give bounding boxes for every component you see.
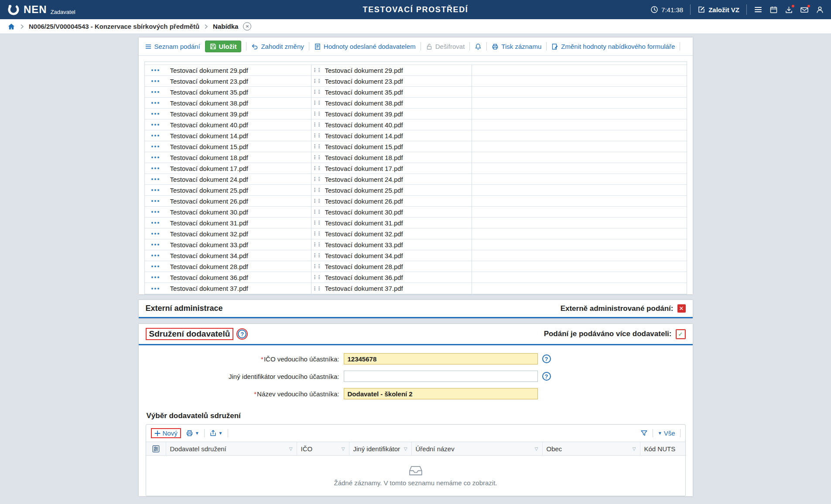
- drag-handle-icon[interactable]: ⋮⋮: [312, 275, 321, 280]
- drag-handle-icon[interactable]: ⋮⋮: [312, 264, 321, 269]
- home-icon[interactable]: [7, 23, 15, 31]
- column-settings-button[interactable]: [146, 442, 166, 455]
- drag-handle-icon[interactable]: ⋮⋮: [312, 166, 321, 171]
- column-header-obec[interactable]: Obec▽: [543, 442, 640, 455]
- table-row[interactable]: Testovací dokument 29.pdf ⋮⋮ Testovací d…: [145, 65, 687, 76]
- column-header-ico[interactable]: IČO▽: [297, 442, 349, 455]
- help-icon[interactable]: ?: [542, 372, 551, 381]
- multi-supplier-checkbox[interactable]: ✓: [677, 330, 685, 338]
- table-row[interactable]: Testovací dokument 39.pdf ⋮⋮ Testovací d…: [145, 109, 687, 119]
- filter-button[interactable]: [640, 429, 648, 437]
- messages-button[interactable]: [800, 6, 809, 14]
- breadcrumb-item[interactable]: N006/25/V00004543 - Konzervace sbírkovýc…: [29, 23, 199, 30]
- change-form-values-button[interactable]: Změnit hodnoty nabídkového formuláře: [551, 43, 675, 50]
- table-row[interactable]: Testovací dokument 15.pdf ⋮⋮ Testovací d…: [145, 141, 687, 152]
- row-actions-button[interactable]: [145, 185, 166, 195]
- drag-handle-icon[interactable]: ⋮⋮: [312, 144, 321, 149]
- row-actions-button[interactable]: [145, 119, 166, 130]
- print-record-button[interactable]: Tisk záznamu: [492, 43, 541, 50]
- table-row[interactable]: Testovací dokument 31.pdf ⋮⋮ Testovací d…: [145, 218, 687, 228]
- seznam-podani-button[interactable]: Seznam podání: [145, 43, 200, 50]
- row-actions-button[interactable]: [145, 109, 166, 119]
- row-actions-button[interactable]: [145, 98, 166, 108]
- drag-handle-icon[interactable]: ⋮⋮: [312, 198, 321, 204]
- profile-button[interactable]: [816, 6, 824, 14]
- drag-handle-icon[interactable]: ⋮⋮: [312, 286, 321, 291]
- row-actions-button[interactable]: [145, 141, 166, 152]
- table-row[interactable]: Testovací dokument 33.pdf ⋮⋮ Testovací d…: [145, 239, 687, 250]
- drag-handle-icon[interactable]: ⋮⋮: [312, 242, 321, 247]
- table-row[interactable]: Testovací dokument 30.pdf ⋮⋮ Testovací d…: [145, 207, 687, 218]
- column-header-dodavatel[interactable]: Dodavatel sdružení▽: [166, 442, 297, 455]
- table-row[interactable]: Testovací dokument 25.pdf ⋮⋮ Testovací d…: [145, 185, 687, 196]
- row-actions-button[interactable]: [145, 196, 166, 206]
- row-actions-button[interactable]: [145, 174, 166, 184]
- vse-filter-button[interactable]: ▼ Vše: [658, 429, 675, 437]
- print-grid-button[interactable]: ▼: [186, 429, 199, 437]
- row-actions-button[interactable]: [145, 239, 166, 250]
- table-row[interactable]: Testovací dokument 37.pdf ⋮⋮ Testovací d…: [145, 283, 687, 294]
- column-header-uredni-nazev[interactable]: Úřední název▽: [412, 442, 543, 455]
- drag-handle-icon[interactable]: ⋮⋮: [312, 155, 321, 160]
- row-actions-button[interactable]: [145, 261, 166, 272]
- save-button[interactable]: Uložit: [205, 41, 242, 52]
- drag-handle-icon[interactable]: ⋮⋮: [312, 122, 321, 127]
- drag-handle-icon[interactable]: ⋮⋮: [312, 68, 321, 73]
- table-row[interactable]: Testovací dokument 38.pdf ⋮⋮ Testovací d…: [145, 98, 687, 109]
- table-row[interactable]: Testovací dokument 24.pdf ⋮⋮ Testovací d…: [145, 174, 687, 185]
- row-actions-button[interactable]: [145, 65, 166, 75]
- new-button[interactable]: Nový: [154, 429, 178, 437]
- zalozit-vz-button[interactable]: Založit VZ: [698, 6, 739, 14]
- jiny-identifikator-input[interactable]: [344, 371, 538, 382]
- table-row[interactable]: Testovací dokument 32.pdf ⋮⋮ Testovací d…: [145, 228, 687, 239]
- row-actions-button[interactable]: [145, 163, 166, 174]
- help-icon[interactable]: ?: [238, 330, 246, 338]
- drag-handle-icon[interactable]: ⋮⋮: [312, 209, 321, 215]
- table-row[interactable]: Testovací dokument 34.pdf ⋮⋮ Testovací d…: [145, 250, 687, 261]
- breadcrumb-current[interactable]: Nabídka: [213, 23, 238, 30]
- table-row[interactable]: Testovací dokument 26.pdf ⋮⋮ Testovací d…: [145, 196, 687, 207]
- row-actions-button[interactable]: [145, 283, 166, 294]
- close-tab-button[interactable]: ✕: [243, 22, 251, 31]
- table-row[interactable]: Testovací dokument 36.pdf ⋮⋮ Testovací d…: [145, 272, 687, 283]
- row-actions-button[interactable]: [145, 130, 166, 141]
- decrypt-button[interactable]: Dešifrovat: [426, 43, 465, 50]
- nen-home-button[interactable]: NEN Zadavatel: [7, 3, 75, 16]
- row-actions-button[interactable]: [145, 272, 166, 283]
- drag-handle-icon[interactable]: ⋮⋮: [312, 177, 321, 182]
- drag-handle-icon[interactable]: ⋮⋮: [312, 187, 321, 193]
- table-row[interactable]: Testovací dokument 17.pdf ⋮⋮ Testovací d…: [145, 163, 687, 174]
- table-row[interactable]: Testovací dokument 18.pdf ⋮⋮ Testovací d…: [145, 152, 687, 163]
- drag-handle-icon[interactable]: ⋮⋮: [312, 253, 321, 258]
- row-actions-button[interactable]: [145, 218, 166, 228]
- drag-handle-icon[interactable]: ⋮⋮: [312, 78, 321, 84]
- table-row[interactable]: Testovací dokument 23.pdf ⋮⋮ Testovací d…: [145, 76, 687, 87]
- table-row[interactable]: Testovací dokument 35.pdf ⋮⋮ Testovací d…: [145, 87, 687, 98]
- row-actions-button[interactable]: [145, 250, 166, 261]
- column-header-kod-nuts[interactable]: Kód NUTS: [640, 442, 685, 455]
- discard-changes-button[interactable]: Zahodit změny: [251, 43, 304, 50]
- menu-button[interactable]: [754, 5, 763, 14]
- drag-handle-icon[interactable]: ⋮⋮: [312, 220, 321, 225]
- row-actions-button[interactable]: [145, 87, 166, 97]
- nazev-input[interactable]: [344, 388, 538, 399]
- drag-handle-icon[interactable]: ⋮⋮: [312, 111, 321, 116]
- table-row[interactable]: Testovací dokument 14.pdf ⋮⋮ Testovací d…: [145, 130, 687, 141]
- notifications-button[interactable]: [475, 43, 482, 50]
- table-row[interactable]: Testovací dokument 28.pdf ⋮⋮ Testovací d…: [145, 261, 687, 272]
- row-actions-button[interactable]: [145, 207, 166, 217]
- drag-handle-icon[interactable]: ⋮⋮: [312, 100, 321, 106]
- drag-handle-icon[interactable]: ⋮⋮: [312, 133, 321, 138]
- downloads-button[interactable]: [785, 6, 793, 14]
- row-actions-button[interactable]: [145, 228, 166, 239]
- drag-handle-icon[interactable]: ⋮⋮: [312, 231, 321, 236]
- row-actions-button[interactable]: [145, 152, 166, 163]
- column-header-jiny-identifikator[interactable]: Jiný identifikátor▽: [349, 442, 412, 455]
- table-row[interactable]: Testovací dokument 40.pdf ⋮⋮ Testovací d…: [145, 119, 687, 130]
- ico-input[interactable]: [344, 353, 538, 364]
- calendar-button[interactable]: [769, 6, 778, 14]
- extern-admin-checkbox[interactable]: ✕: [677, 304, 686, 313]
- help-icon[interactable]: ?: [542, 354, 551, 363]
- export-button[interactable]: ▼: [209, 429, 223, 437]
- drag-handle-icon[interactable]: ⋮⋮: [312, 89, 321, 95]
